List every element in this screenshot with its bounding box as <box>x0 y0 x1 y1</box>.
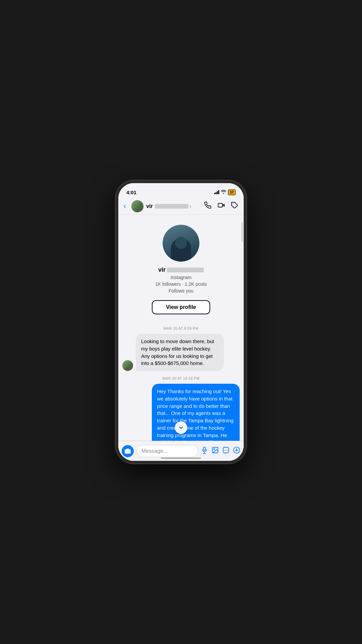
status-icons: 17 <box>214 190 236 195</box>
username-prefix: vir <box>146 203 153 209</box>
profile-source: Instagram <box>171 275 191 280</box>
message-row-received: Looking to move down there, but my boys … <box>122 334 240 371</box>
timestamp-2: MAR 20 AT 10:18 PM <box>122 376 240 380</box>
scrollbar-track <box>242 198 243 441</box>
profile-name-blurred <box>167 268 204 272</box>
phone-icon[interactable] <box>204 202 212 211</box>
message-input-wrap[interactable]: Message... <box>136 445 198 457</box>
timestamp-1: MAR 20 AT 8:59 PM <box>122 326 240 330</box>
nav-actions <box>204 202 238 211</box>
input-action-buttons <box>201 446 240 456</box>
add-icon[interactable] <box>233 446 240 456</box>
message-bubble-sent: Hey Thanks for reaching out! Yes we abso… <box>152 384 240 446</box>
status-bar: 4:01 17 <box>118 183 244 198</box>
message-input-placeholder: Message... <box>141 448 168 454</box>
status-time: 4:01 <box>126 190 136 195</box>
contact-avatar-small[interactable] <box>131 200 143 212</box>
profile-name: vir <box>158 266 204 273</box>
sender-avatar <box>122 360 133 371</box>
scroll-to-bottom-button[interactable] <box>175 421 187 434</box>
message-row-sent: Hey Thanks for reaching out! Yes we abso… <box>122 384 240 446</box>
nav-bar: ‹ vir › <box>118 198 244 215</box>
profile-name-prefix: vir <box>158 266 166 273</box>
view-profile-button[interactable]: View profile <box>152 300 210 314</box>
chat-area[interactable]: vir Instagram 1K followers · 1.2K posts … <box>118 215 244 446</box>
avatar-image <box>163 225 199 262</box>
contact-avatar-large <box>163 225 199 262</box>
home-indicator <box>161 458 201 459</box>
profile-stats: 1K followers · 1.2K posts <box>155 281 207 287</box>
mic-icon[interactable] <box>201 446 208 456</box>
phone-frame: 4:01 17 ‹ v <box>116 180 246 464</box>
chevron-right-icon: › <box>190 204 191 209</box>
battery-icon: 17 <box>228 190 236 195</box>
svg-point-7 <box>214 448 215 449</box>
username-blurred <box>155 204 188 209</box>
camera-button[interactable] <box>122 445 134 457</box>
wifi-icon <box>221 190 226 195</box>
svg-rect-0 <box>218 204 223 207</box>
svg-rect-3 <box>203 447 205 450</box>
battery-level: 17 <box>228 190 236 195</box>
tag-icon[interactable] <box>231 202 238 211</box>
message-bubble-received: Looking to move down there, but my boys … <box>136 334 224 371</box>
scrollbar-thumb <box>242 222 243 242</box>
photo-icon[interactable] <box>212 446 219 456</box>
sticker-icon[interactable] <box>222 446 230 456</box>
svg-point-2 <box>127 450 129 452</box>
back-button[interactable]: ‹ <box>124 201 129 212</box>
profile-card: vir Instagram 1K followers · 1.2K posts … <box>118 215 244 321</box>
signal-bars-icon <box>214 190 219 194</box>
profile-follows-you: Follows you <box>169 288 193 293</box>
contact-username[interactable]: vir › <box>146 203 201 209</box>
video-icon[interactable] <box>218 202 225 211</box>
